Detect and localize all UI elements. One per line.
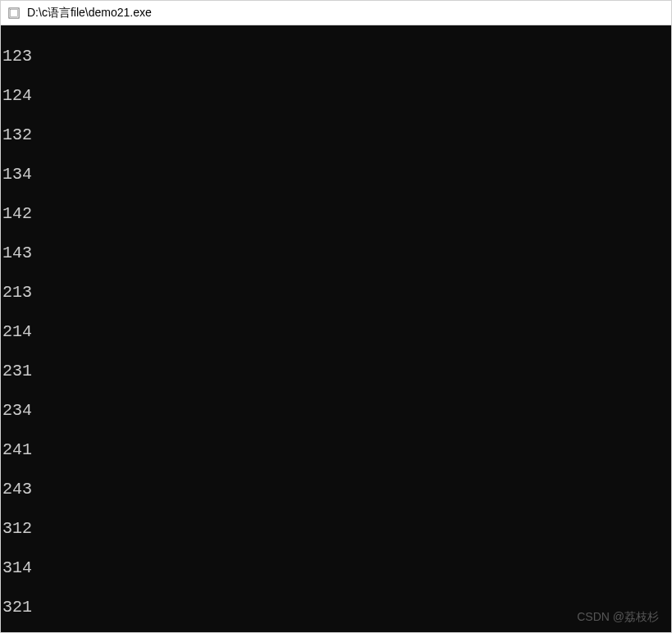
output-line: 312 [2, 519, 671, 539]
output-line: 321 [2, 598, 671, 617]
console-window: D:\c语言file\demo21.exe 123 124 132 134 14… [0, 0, 672, 633]
output-line: 231 [2, 362, 671, 381]
window-title: D:\c语言file\demo21.exe [27, 6, 152, 20]
output-line: 213 [2, 283, 671, 303]
output-line: 123 [2, 47, 671, 66]
titlebar[interactable]: D:\c语言file\demo21.exe [1, 1, 671, 25]
watermark: CSDN @荔枝杉 [577, 610, 659, 625]
output-line: 243 [2, 480, 671, 499]
output-line: 124 [2, 86, 671, 106]
output-line: 132 [2, 125, 671, 145]
output-line: 241 [2, 440, 671, 460]
app-icon [7, 7, 21, 20]
output-line: 134 [2, 165, 671, 184]
svg-rect-1 [11, 9, 18, 16]
output-line: 143 [2, 244, 671, 263]
console-output[interactable]: 123 124 132 134 142 143 213 214 231 234 … [1, 25, 671, 632]
output-line: 214 [2, 322, 671, 342]
output-line: 234 [2, 401, 671, 421]
output-line: 314 [2, 558, 671, 578]
output-line: 142 [2, 204, 671, 224]
